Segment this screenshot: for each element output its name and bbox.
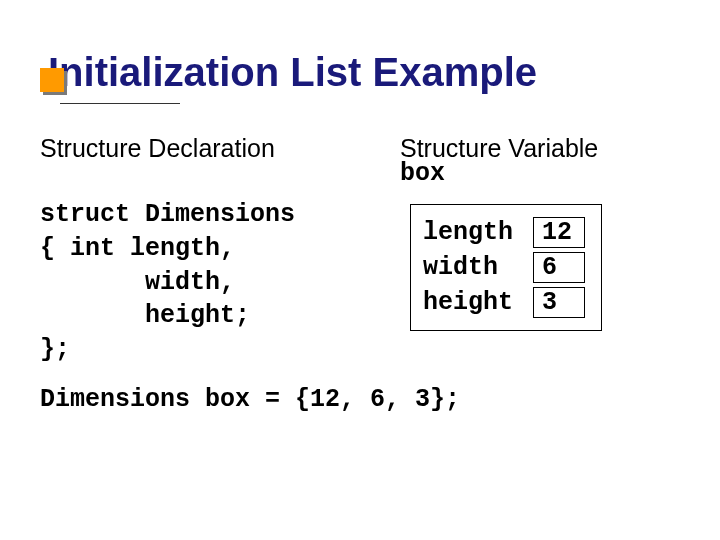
title-underline bbox=[60, 103, 180, 104]
member-label-length: length bbox=[423, 218, 533, 247]
member-label-width: width bbox=[423, 253, 533, 282]
box-variable-name: box bbox=[400, 159, 650, 188]
member-value-width: 6 bbox=[533, 252, 585, 283]
structure-variable-box: length 12 width 6 height 3 bbox=[410, 204, 602, 331]
member-value-length: 12 bbox=[533, 217, 585, 248]
member-value-height: 3 bbox=[533, 287, 585, 318]
member-row: width 6 bbox=[423, 252, 585, 283]
member-label-height: height bbox=[423, 288, 533, 317]
initialization-line: Dimensions box = {12, 6, 3}; bbox=[40, 385, 680, 414]
member-row: height 3 bbox=[423, 287, 585, 318]
slide-title: Initialization List Example bbox=[48, 50, 680, 95]
member-row: length 12 bbox=[423, 217, 585, 248]
declaration-header: Structure Declaration bbox=[40, 134, 400, 188]
struct-code-block: struct Dimensions { int length, width, h… bbox=[40, 198, 410, 367]
variable-header: Structure Variable bbox=[400, 134, 598, 162]
slide-bullet-icon bbox=[40, 68, 64, 92]
